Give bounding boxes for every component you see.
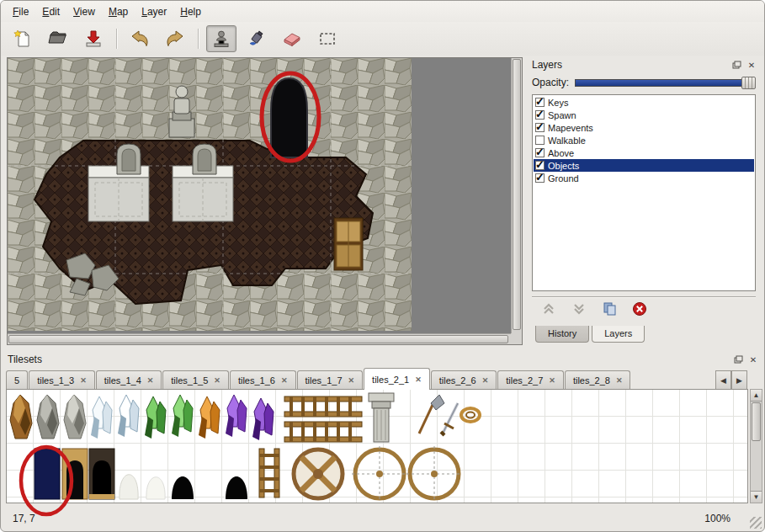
layer-row-walkable[interactable]: Walkable <box>534 134 754 146</box>
move-layer-up-button[interactable] <box>540 301 557 317</box>
tab-close-icon[interactable]: ✕ <box>549 376 555 385</box>
tilesets-panel-titlebar: Tilesets ✕ <box>8 352 759 367</box>
map-gravestone-right <box>193 144 216 174</box>
map-hscroll-thumb[interactable] <box>8 335 508 343</box>
tab-close-icon[interactable]: ✕ <box>616 376 623 385</box>
menu-help[interactable]: Help <box>173 3 208 20</box>
float-icon[interactable] <box>730 59 742 71</box>
menu-view[interactable]: View <box>66 3 102 20</box>
tileset-tab-tiles_2_8[interactable]: tiles_2_8✕ <box>565 370 631 390</box>
delete-layer-button[interactable] <box>631 301 648 317</box>
map-doorway <box>271 78 307 157</box>
move-layer-down-button[interactable] <box>571 301 587 317</box>
float-icon[interactable] <box>732 354 744 365</box>
map-vertical-scrollbar[interactable] <box>511 58 522 333</box>
tileset-tab-tiles_2_1[interactable]: tiles_2_1✕ <box>364 368 430 390</box>
tab-close-icon[interactable]: ✕ <box>348 376 355 385</box>
chevrons-down-icon <box>572 302 586 316</box>
delete-circle-icon <box>632 301 647 317</box>
close-icon[interactable]: ✕ <box>746 59 757 71</box>
tileset-tabbar: 5tiles_1_3✕tiles_1_4✕tiles_1_5✕tiles_1_6… <box>6 367 724 390</box>
layers-panel: Layers ✕ Opacity: KeysSpawnMapeventsWalk… <box>529 57 761 346</box>
menu-bar: File Edit View Map Layer Help <box>1 1 764 22</box>
opacity-slider[interactable] <box>575 79 756 87</box>
tile-door-frame <box>62 449 88 499</box>
tab-close-icon[interactable]: ✕ <box>214 376 220 385</box>
select-tool-button[interactable] <box>312 25 343 52</box>
tab-label: tiles_2_7 <box>506 375 543 386</box>
tab-close-icon[interactable]: ✕ <box>80 376 87 385</box>
tab-close-icon[interactable]: ✕ <box>415 375 422 384</box>
redo-button[interactable] <box>160 25 190 52</box>
layer-row-above[interactable]: Above <box>534 146 754 159</box>
scroll-up-icon[interactable]: ▲ <box>751 390 762 402</box>
duplicate-layer-button[interactable] <box>601 301 618 317</box>
opacity-slider-track[interactable] <box>575 79 756 87</box>
tab-label: tiles_1_3 <box>37 375 74 386</box>
tilesets-panel: Tilesets ✕ 5tiles_1_3✕tiles_1_4✕tiles_1_… <box>4 352 762 505</box>
tab-label: tiles_1_7 <box>305 375 343 386</box>
tab-close-icon[interactable]: ✕ <box>281 376 288 385</box>
layer-row-mapevents[interactable]: Mapevents <box>534 121 754 134</box>
toolbar-separator <box>116 29 117 49</box>
layer-row-objects[interactable]: Objects <box>534 159 754 172</box>
layer-name: Objects <box>548 161 579 171</box>
tileset-vscroll-thumb[interactable] <box>752 402 761 441</box>
opacity-slider-handle[interactable] <box>741 77 756 89</box>
new-map-button[interactable] <box>8 25 38 52</box>
map-cabinet <box>334 218 363 270</box>
map-horizontal-scrollbar[interactable] <box>8 333 513 344</box>
tileset-tab-tiles_2_6[interactable]: tiles_2_6✕ <box>431 370 497 390</box>
layer-name: Spawn <box>548 110 576 120</box>
tileset-tab-tiles_2_7[interactable]: tiles_2_7✕ <box>497 370 564 390</box>
save-button[interactable] <box>78 25 109 52</box>
layer-visibility-checkbox[interactable] <box>535 173 545 183</box>
layer-list: KeysSpawnMapeventsWalkableAboveObjectsGr… <box>532 94 756 291</box>
tileset-canvas[interactable] <box>7 390 748 503</box>
tab-history[interactable]: History <box>535 326 589 343</box>
status-bar: 17, 7 100% <box>1 505 764 532</box>
layer-visibility-checkbox[interactable] <box>535 98 545 107</box>
tab-label: tiles_1_4 <box>104 375 141 386</box>
menu-edit[interactable]: Edit <box>35 3 66 20</box>
layer-row-spawn[interactable]: Spawn <box>534 109 754 121</box>
eraser-tool-icon <box>281 29 303 48</box>
open-button[interactable] <box>43 25 73 52</box>
layer-name: Mapevents <box>548 123 593 133</box>
tab-layers[interactable]: Layers <box>592 326 645 343</box>
opacity-label: Opacity: <box>532 77 569 88</box>
layer-visibility-checkbox[interactable] <box>535 161 545 170</box>
tileset-tab-tiles_1_7[interactable]: tiles_1_7✕ <box>297 370 364 390</box>
tab-close-icon[interactable]: ✕ <box>147 376 154 385</box>
scroll-tabs-left-icon[interactable]: ◀ <box>715 370 731 390</box>
tileset-tab-tiles_1_3[interactable]: tiles_1_3✕ <box>29 370 95 390</box>
undo-button[interactable] <box>125 25 155 52</box>
stamp-tool-button[interactable] <box>206 25 236 52</box>
layer-visibility-checkbox[interactable] <box>535 110 545 120</box>
tileset-tab-tiles_1_6[interactable]: tiles_1_6✕ <box>230 370 296 390</box>
resize-grip[interactable] <box>750 517 762 529</box>
fill-tool-button[interactable] <box>242 25 272 52</box>
new-file-icon <box>13 29 33 49</box>
tileset-content <box>6 389 748 503</box>
map-vscroll-thumb[interactable] <box>513 59 521 330</box>
menu-file[interactable]: File <box>6 3 35 20</box>
layer-name: Ground <box>548 173 579 184</box>
layer-row-keys[interactable]: Keys <box>534 96 754 109</box>
tileset-tab-tiles_1_4[interactable]: tiles_1_4✕ <box>96 370 162 390</box>
eraser-tool-button[interactable] <box>277 25 307 52</box>
menu-layer[interactable]: Layer <box>135 3 173 20</box>
menu-map[interactable]: Map <box>102 3 135 20</box>
tab-close-icon[interactable]: ✕ <box>482 376 489 385</box>
map-canvas[interactable] <box>8 58 513 333</box>
layer-visibility-checkbox[interactable] <box>535 136 545 145</box>
layer-visibility-checkbox[interactable] <box>535 123 545 132</box>
layer-row-ground[interactable]: Ground <box>534 172 754 184</box>
scroll-down-icon[interactable]: ▼ <box>751 491 762 503</box>
tileset-tab-5[interactable]: 5 <box>6 370 28 390</box>
tileset-tab-tiles_1_5[interactable]: tiles_1_5✕ <box>162 370 229 390</box>
close-icon[interactable]: ✕ <box>747 354 759 365</box>
scroll-tabs-right-icon[interactable]: ▶ <box>731 370 747 390</box>
tileset-vertical-scrollbar[interactable]: ▲ ▼ <box>750 389 762 503</box>
layer-visibility-checkbox[interactable] <box>535 148 545 157</box>
